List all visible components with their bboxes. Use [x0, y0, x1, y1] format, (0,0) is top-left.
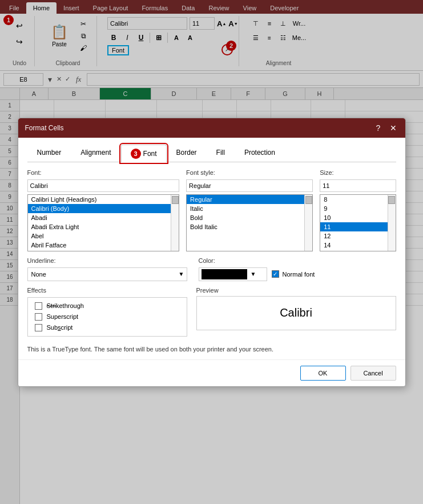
font-name-col: Font: Calibri Light (Headings) Calibri (…	[27, 169, 180, 251]
list-item[interactable]: Calibri (Body)	[28, 204, 171, 213]
normal-font-checkbox[interactable]: ✓	[272, 270, 279, 278]
color-col: Color: ▼ ✓ Normal font	[199, 257, 315, 281]
tab-number[interactable]: Number	[27, 145, 71, 162]
list-item[interactable]: Abril Fatface	[28, 241, 171, 250]
superscript-label: Superscript	[47, 313, 79, 320]
normal-font-label: Normal font	[283, 271, 315, 278]
font-size-label: Size:	[320, 169, 396, 176]
font-scrollbar[interactable]	[171, 195, 179, 251]
strikethrough-label: Strikethrough	[47, 302, 84, 309]
color-dropdown[interactable]: ▼	[199, 267, 267, 281]
modal-close-button[interactable]: ✕	[388, 123, 398, 133]
color-label: Color:	[199, 257, 315, 264]
list-item[interactable]: 9	[320, 204, 387, 213]
color-swatch	[202, 269, 247, 279]
font-style-col: Font style: Regular Italic Bold Bold Ita…	[186, 169, 313, 251]
tab-font-label: Font	[143, 150, 157, 158]
list-item[interactable]: 8	[320, 195, 387, 204]
modal-controls: ? ✕	[373, 123, 398, 133]
preview-text: Calibri	[280, 306, 312, 319]
style-listbox-wrap: Regular Italic Bold Bold Italic	[186, 194, 313, 251]
underline-col: Underline: None ▼	[27, 257, 187, 281]
modal-body: Number Alignment 3Font Border Fill Prote…	[18, 138, 405, 359]
style-scrollbar[interactable]	[304, 195, 312, 251]
modal-footer: OK Cancel	[18, 359, 405, 386]
info-text: This is a TrueType font. The same font w…	[27, 346, 396, 353]
size-listbox[interactable]: 8 9 10 11 12 14	[320, 195, 387, 251]
list-item[interactable]: Bold	[187, 213, 304, 222]
format-cells-modal: Format Cells ? ✕ Number Alignment 3Font …	[18, 118, 406, 387]
size-scrollbar[interactable]	[388, 195, 396, 251]
list-item[interactable]: 12	[320, 231, 387, 241]
font-style-label: Font style:	[186, 169, 313, 176]
font-tab-content: Font: Calibri Light (Headings) Calibri (…	[27, 169, 396, 353]
strikethrough-checkbox[interactable]	[35, 302, 42, 310]
modal-title: Format Cells	[25, 124, 64, 132]
font-size-col: Size: 8 9 10 11 12 14	[320, 169, 396, 251]
effects-preview-row: Effects Strikethrough Superscript	[27, 287, 396, 337]
style-listbox[interactable]: Regular Italic Bold Bold Italic	[187, 195, 304, 251]
superscript-checkbox[interactable]	[35, 313, 42, 321]
superscript-item: Superscript	[35, 313, 180, 321]
strike-text: Stri	[47, 302, 57, 309]
list-item[interactable]: 14	[320, 241, 387, 250]
normal-font-row: ✓ Normal font	[272, 270, 315, 278]
list-item[interactable]: Abadi Extra Light	[28, 222, 171, 231]
modal-help-button[interactable]: ?	[373, 123, 384, 133]
modal-overlay: Format Cells ? ✕ Number Alignment 3Font …	[0, 0, 423, 504]
list-item[interactable]: Abel	[28, 231, 171, 241]
ok-button[interactable]: OK	[300, 366, 346, 381]
color-full: ▼ ✓ Normal font	[199, 267, 315, 281]
size-listbox-wrap: 8 9 10 11 12 14	[320, 194, 396, 251]
effects-box: Strikethrough Superscript Subscript	[27, 297, 187, 337]
font-name-label: Font:	[27, 169, 180, 176]
scroll-thumb	[305, 196, 312, 204]
tab-fill[interactable]: Fill	[207, 145, 235, 162]
list-item[interactable]: Calibri Light (Headings)	[28, 195, 171, 204]
list-item[interactable]: Bold Italic	[187, 222, 304, 231]
font-style-field[interactable]	[186, 179, 313, 192]
modal-tabs: Number Alignment 3Font Border Fill Prote…	[27, 145, 396, 162]
subscript-item: Subscript	[35, 324, 180, 331]
effects-section: Effects Strikethrough Superscript	[27, 287, 187, 337]
underline-value: None	[28, 271, 176, 278]
modal-titlebar: Format Cells ? ✕	[18, 118, 405, 138]
font-selectors: Font: Calibri Light (Headings) Calibri (…	[27, 169, 396, 251]
underline-dropdown[interactable]: None ▼	[27, 267, 187, 281]
preview-section: Preview Calibri	[196, 287, 396, 337]
color-arrow: ▼	[249, 271, 257, 277]
list-item[interactable]: Regular	[187, 195, 304, 204]
cancel-button[interactable]: Cancel	[351, 366, 396, 381]
list-item[interactable]: Abadi	[28, 213, 171, 222]
font-listbox[interactable]: Calibri Light (Headings) Calibri (Body) …	[28, 195, 171, 251]
font-size-field[interactable]	[320, 179, 396, 192]
tab-alignment[interactable]: Alignment	[71, 145, 120, 162]
preview-label: Preview	[196, 287, 396, 294]
font-listbox-wrap: Calibri Light (Headings) Calibri (Body) …	[27, 194, 180, 251]
list-item[interactable]: 11	[320, 222, 387, 231]
subscript-checkbox[interactable]	[35, 324, 42, 331]
list-item[interactable]: 10	[320, 213, 387, 222]
tab-protection[interactable]: Protection	[235, 145, 285, 162]
font-name-field[interactable]	[27, 179, 180, 192]
subscript-label: Subscript	[47, 324, 73, 331]
tab-border[interactable]: Border	[167, 145, 207, 162]
scroll-thumb	[388, 196, 395, 204]
preview-box: Calibri	[196, 296, 396, 330]
strikethrough-item: Strikethrough	[35, 302, 180, 310]
tab-font[interactable]: 3Font	[121, 145, 167, 162]
step3-badge: 3	[131, 149, 141, 159]
underline-color-row: Underline: None ▼ Color: ▼	[27, 257, 396, 281]
underline-arrow: ▼	[176, 271, 187, 277]
effects-title: Effects	[27, 287, 187, 294]
list-item[interactable]: Italic	[187, 204, 304, 213]
scroll-thumb	[172, 196, 179, 204]
underline-label: Underline:	[27, 257, 187, 264]
